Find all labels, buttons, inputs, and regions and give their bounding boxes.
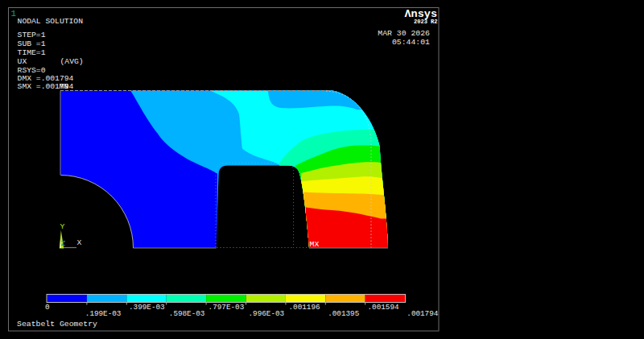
svg-text:MAR 30 2026: MAR 30 2026 — [378, 29, 430, 38]
svg-text:(AVG): (AVG) — [60, 57, 84, 66]
svg-text:.399E-03: .399E-03 — [129, 303, 165, 312]
svg-text:SMX =.001794: SMX =.001794 — [18, 82, 74, 91]
svg-text:05:44:01: 05:44:01 — [392, 38, 430, 47]
svg-text:.001196: .001196 — [289, 303, 320, 312]
svg-text:.199E-03: .199E-03 — [85, 309, 122, 318]
svg-text:Seatbelt Geometry: Seatbelt Geometry — [17, 320, 97, 329]
svg-text:0: 0 — [45, 303, 50, 312]
svg-text:Y: Y — [60, 222, 65, 231]
svg-text:NODAL SOLUTION: NODAL SOLUTION — [18, 17, 84, 26]
svg-text:STEP=1: STEP=1 — [18, 31, 46, 39]
svg-text:RSYS=0: RSYS=0 — [18, 66, 46, 75]
svg-text:Z: Z — [61, 239, 66, 248]
svg-text:SUB =1: SUB =1 — [18, 39, 46, 48]
svg-text:.996E-03: .996E-03 — [249, 309, 285, 318]
svg-text:.001395: .001395 — [328, 309, 359, 318]
svg-text:MX: MX — [310, 240, 320, 249]
svg-text:TIME=1: TIME=1 — [18, 48, 46, 57]
svg-text:.001794: .001794 — [407, 309, 438, 318]
svg-text:X: X — [77, 238, 82, 247]
svg-text:2023 R2: 2023 R2 — [414, 19, 437, 25]
svg-text:.797E-03: .797E-03 — [208, 303, 245, 312]
svg-text:.598E-03: .598E-03 — [169, 309, 205, 318]
svg-text:UX: UX — [18, 57, 27, 66]
svg-text:1: 1 — [11, 9, 17, 19]
svg-text:.001594: .001594 — [368, 303, 399, 312]
